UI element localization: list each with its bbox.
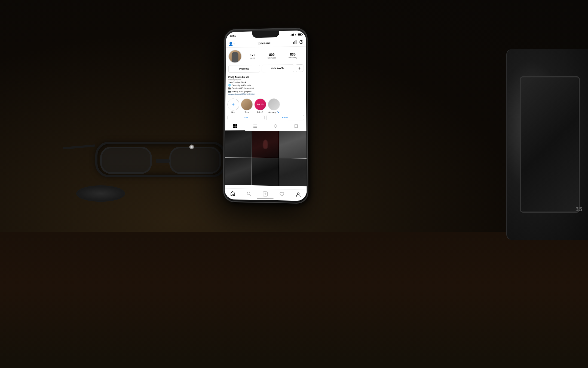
photo-grid xyxy=(225,131,307,186)
profile-top: 172 posts 809 followers 835 following xyxy=(228,49,303,63)
story-label-new: New xyxy=(231,111,235,113)
signal-bar-4 xyxy=(293,34,294,36)
svg-rect-0 xyxy=(293,42,294,44)
status-icons: ▲ xyxy=(291,33,302,36)
story-thumb-tech xyxy=(241,99,253,110)
tab-tagged[interactable] xyxy=(265,122,286,131)
following-count: 835 xyxy=(290,52,295,56)
following-label: following xyxy=(289,56,297,59)
svg-line-18 xyxy=(250,194,251,195)
photo-cell-3[interactable] xyxy=(279,131,307,158)
svg-rect-10 xyxy=(233,126,235,128)
nav-add[interactable] xyxy=(261,190,269,198)
bio-text4: Moody Photographer xyxy=(232,90,252,93)
svg-rect-12 xyxy=(253,125,257,125)
photo-cell-2[interactable] xyxy=(252,131,279,158)
camera-icon: 🎬 xyxy=(228,87,231,90)
nav-profile[interactable] xyxy=(294,190,303,199)
story-circle-jamming xyxy=(268,98,280,110)
glasses-bridge xyxy=(156,159,170,163)
status-time: 19:51 xyxy=(230,34,236,37)
tab-saved[interactable] xyxy=(286,122,307,131)
svg-rect-2 xyxy=(296,40,296,44)
bio-link[interactable]: unsplash.com/@tonesbyme xyxy=(228,92,304,95)
glasses-lens-left xyxy=(100,147,152,174)
photo-cell-4[interactable] xyxy=(225,158,252,185)
bio-text3: Creator & Entrepreneur xyxy=(232,87,254,90)
story-new[interactable]: + New xyxy=(228,98,240,113)
email-button[interactable]: Email xyxy=(266,115,304,120)
ig-username: tones.me xyxy=(258,41,271,45)
nav-search[interactable] xyxy=(245,189,253,198)
story-circle-polls: POLLS xyxy=(254,98,266,110)
contact-buttons: Call Email xyxy=(225,115,306,122)
bio-text1: The Creative Geek xyxy=(228,81,246,84)
tab-grid[interactable] xyxy=(225,122,245,130)
followers-count: 809 xyxy=(269,53,275,56)
stories-row: + New Tech POLLS POLLS xyxy=(225,96,307,115)
stat-posts[interactable]: 172 posts xyxy=(250,53,255,59)
nav-home[interactable] xyxy=(229,189,237,198)
camera-lens-ring xyxy=(520,76,580,213)
story-circle-new: + xyxy=(228,98,239,110)
table-surface xyxy=(0,232,588,368)
story-jamming[interactable]: Jamming 🐾 xyxy=(268,98,280,113)
signal-bar-1 xyxy=(291,35,291,36)
wifi-icon: ▲ xyxy=(295,33,297,36)
profile-section: 172 posts 809 followers 835 following xyxy=(226,46,306,75)
story-new-plus-icon: + xyxy=(232,102,235,107)
phone: 19:51 ▲ 👤+ xyxy=(223,28,308,204)
photo-cell-1[interactable] xyxy=(225,131,252,158)
battery-fill xyxy=(298,34,301,35)
story-label-jamming: Jamming 🐾 xyxy=(268,111,279,113)
svg-line-6 xyxy=(301,42,302,43)
bottom-nav xyxy=(225,188,307,201)
photo-cell-5[interactable] xyxy=(252,158,279,186)
settings-button[interactable] xyxy=(296,64,303,72)
clock-icon[interactable] xyxy=(299,40,303,45)
story-polls[interactable]: POLLS POLLS xyxy=(254,98,266,113)
story-tech[interactable]: Tech xyxy=(241,98,253,113)
tab-list[interactable] xyxy=(245,122,265,131)
promote-button[interactable]: Promote xyxy=(228,65,260,73)
avatar[interactable] xyxy=(228,50,242,63)
grid-tabs xyxy=(225,122,306,131)
globe-icon: 🌐 xyxy=(228,84,231,87)
lens-cap xyxy=(76,185,125,202)
avatar-container xyxy=(228,50,242,63)
battery-icon xyxy=(298,33,302,35)
story-thumb-polls: POLLS xyxy=(255,99,266,110)
svg-point-7 xyxy=(299,68,300,69)
call-button[interactable]: Call xyxy=(227,115,265,120)
ig-header-right xyxy=(293,40,303,45)
battery-tip xyxy=(302,34,303,35)
svg-rect-13 xyxy=(253,126,257,126)
story-label-tech: Tech xyxy=(245,111,249,113)
instagram-content: 👤+ tones.me xyxy=(225,38,307,201)
chart-icon[interactable] xyxy=(293,40,297,45)
svg-rect-14 xyxy=(253,127,257,128)
nav-heart[interactable] xyxy=(278,190,286,198)
photo-cell-6[interactable] xyxy=(279,158,307,186)
svg-rect-1 xyxy=(295,41,295,44)
svg-rect-11 xyxy=(235,126,237,128)
glasses xyxy=(90,131,231,185)
camera-lens: 35 xyxy=(506,49,588,240)
stat-following[interactable]: 835 following xyxy=(289,52,297,59)
edit-profile-button[interactable]: Edit Profile xyxy=(262,64,294,72)
posts-count: 172 xyxy=(250,53,255,57)
signal-bars xyxy=(291,34,294,36)
signal-bar-2 xyxy=(292,34,292,36)
phone-screen: 19:51 ▲ 👤+ xyxy=(225,30,307,201)
reflection-dot xyxy=(189,144,194,149)
add-friend-icon[interactable]: 👤+ xyxy=(228,41,235,46)
posts-label: posts xyxy=(250,57,255,59)
stats-container: 172 posts 809 followers 835 following xyxy=(244,52,304,59)
camera-lens-markings: 35 xyxy=(575,206,583,213)
stat-followers[interactable]: 809 followers xyxy=(268,53,276,59)
svg-point-22 xyxy=(297,193,299,195)
story-label-polls: POLLS xyxy=(257,111,264,113)
photo-icon: 📷 xyxy=(228,90,231,93)
story-thumb-jamming xyxy=(268,99,280,110)
ig-header: 👤+ tones.me xyxy=(226,38,306,48)
